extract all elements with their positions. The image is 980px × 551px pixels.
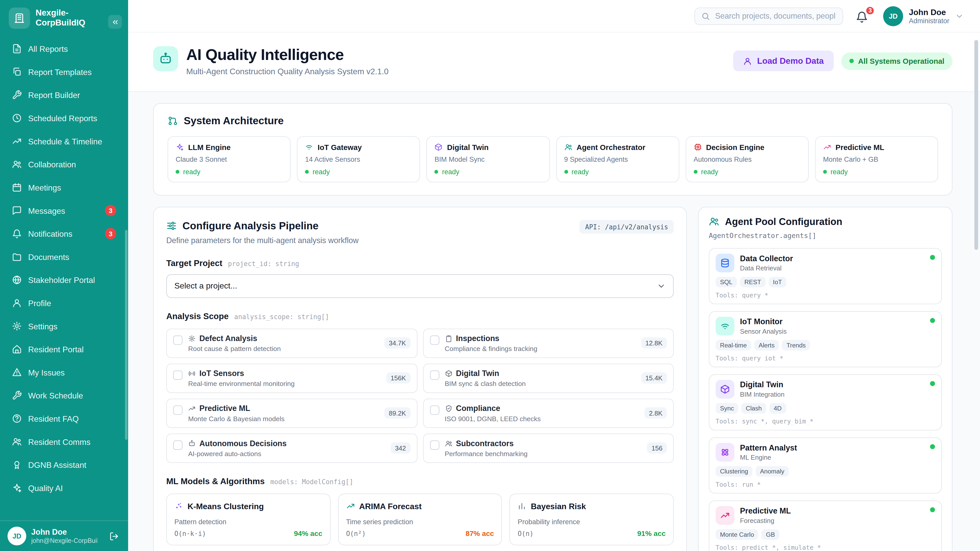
scope-option-defect-analysis[interactable]: Defect Analysis Root cause & pattern det… bbox=[166, 328, 417, 358]
sidebar-item-label: Messages bbox=[28, 206, 65, 215]
scope-checkbox[interactable] bbox=[173, 370, 183, 380]
sidebar-item-label: Resident Portal bbox=[28, 345, 84, 354]
node-desc: 14 Active Sensors bbox=[305, 156, 412, 163]
sidebar-item-settings[interactable]: Settings bbox=[6, 315, 122, 337]
global-search[interactable] bbox=[694, 7, 843, 25]
sidebar-item-scheduled-reports[interactable]: Scheduled Reports bbox=[6, 107, 122, 129]
node-desc: Autonomous Rules bbox=[694, 156, 800, 163]
sidebar-item-label: Profile bbox=[28, 298, 51, 308]
sidebar-item-work-schedule[interactable]: Work Schedule bbox=[6, 384, 122, 407]
model-accuracy: 87% acc bbox=[466, 530, 494, 537]
sidebar-item-messages[interactable]: Messages3 bbox=[6, 199, 122, 222]
sidebar-item-label: My Issues bbox=[28, 368, 65, 377]
agent-card-digital-twin[interactable]: Digital Twin BIM Integration Sync Clash … bbox=[709, 374, 942, 430]
status-dot bbox=[434, 170, 438, 173]
sidebar-item-dgnb-assistant[interactable]: DGNB Assistant bbox=[6, 454, 122, 476]
sidebar-scrollbar[interactable] bbox=[125, 230, 127, 440]
scope-checkbox[interactable] bbox=[430, 335, 439, 345]
scope-checkbox[interactable] bbox=[430, 405, 439, 414]
sidebar-item-quality-ai[interactable]: Quality AI bbox=[6, 477, 122, 499]
messages-badge: 3 bbox=[105, 205, 116, 216]
scatter-icon bbox=[174, 502, 183, 510]
status-dot bbox=[850, 59, 854, 63]
page-title: AI Quality Intelligence bbox=[186, 46, 389, 63]
sidebar-item-report-templates[interactable]: Report Templates bbox=[6, 61, 122, 83]
timeline-icon bbox=[12, 136, 22, 146]
agent-status-dot bbox=[930, 381, 935, 386]
sidebar-item-schedule-timeline[interactable]: Schedule & Timeline bbox=[6, 130, 122, 152]
logout-button[interactable] bbox=[106, 528, 122, 544]
sidebar-item-label: Schedule & Timeline bbox=[28, 137, 102, 146]
scope-title: IoT Sensors bbox=[199, 369, 244, 378]
agent-role: BIM Integration bbox=[740, 390, 784, 397]
scope-option-autonomous-decisions[interactable]: Autonomous Decisions AI-powered auto-act… bbox=[166, 433, 417, 462]
page-scrollbar[interactable] bbox=[974, 40, 978, 250]
sidebar-item-documents[interactable]: Documents bbox=[6, 245, 122, 268]
scope-count: 2.8K bbox=[645, 407, 667, 419]
sidebar-item-my-issues[interactable]: My Issues bbox=[6, 361, 122, 384]
documents-icon bbox=[12, 252, 22, 262]
sidebar-item-stakeholder-portal[interactable]: Stakeholder Portal bbox=[6, 268, 122, 291]
model-card-kmeans[interactable]: K-Means Clustering Pattern detection O(n… bbox=[166, 493, 330, 545]
flow-icon bbox=[167, 115, 178, 126]
sidebar-item-label: Notifications bbox=[28, 229, 72, 238]
scope-checkbox[interactable] bbox=[173, 405, 183, 414]
sidebar-item-notifications[interactable]: Notifications3 bbox=[6, 222, 122, 245]
arch-node-llm-engine: LLM Engine Claude 3 Sonnet ready bbox=[167, 136, 291, 182]
model-complexity: O(n) bbox=[518, 530, 534, 537]
sidebar-item-resident-portal[interactable]: Resident Portal bbox=[6, 338, 122, 360]
scope-option-inspections[interactable]: Inspections Compliance & findings tracki… bbox=[423, 328, 674, 358]
agent-card-predictive-ml[interactable]: Predictive ML Forecasting Monte Carlo GB bbox=[709, 500, 942, 551]
cube-icon bbox=[434, 143, 443, 151]
builder-icon bbox=[12, 90, 22, 100]
broadcast-icon bbox=[188, 370, 196, 377]
load-demo-data-button[interactable]: Load Demo Data bbox=[733, 51, 834, 71]
scope-option-compliance[interactable]: Compliance ISO 9001, DGNB, LEED checks 2… bbox=[423, 398, 674, 427]
api-badge: API: /api/v2/analysis bbox=[579, 220, 674, 233]
project-select[interactable]: Select a project... bbox=[166, 274, 674, 298]
model-card-bayesian[interactable]: Bayesian Risk Probability inference O(n)… bbox=[510, 493, 674, 545]
load-demo-label: Load Demo Data bbox=[757, 56, 824, 66]
sidebar-item-meetings[interactable]: Meetings bbox=[6, 176, 122, 199]
scope-desc: Root cause & pattern detection bbox=[188, 345, 379, 352]
node-desc: Monte Carlo + GB bbox=[823, 156, 930, 163]
sidebar-item-resident-comms[interactable]: Resident Comms bbox=[6, 430, 122, 453]
scope-checkbox[interactable] bbox=[173, 440, 183, 449]
sidebar-item-profile[interactable]: Profile bbox=[6, 292, 122, 314]
user-name: John Doe bbox=[31, 528, 97, 537]
scope-checkbox[interactable] bbox=[430, 370, 439, 380]
meetings-icon bbox=[12, 183, 22, 192]
node-name: Predictive ML bbox=[835, 143, 884, 151]
user-menu[interactable]: JD John Doe Administrator bbox=[883, 6, 964, 26]
scope-option-digital-twin[interactable]: Digital Twin BIM sync & clash detection … bbox=[423, 363, 674, 392]
work-schedule-icon bbox=[12, 391, 22, 400]
search-input[interactable] bbox=[715, 11, 836, 20]
scope-count: 156K bbox=[386, 372, 410, 384]
agent-card-pattern-analyst[interactable]: Pattern Analyst ML Engine Clustering Ano… bbox=[709, 437, 942, 493]
agent-tag: Clustering bbox=[716, 466, 752, 476]
scope-checkbox[interactable] bbox=[173, 335, 183, 345]
people-icon bbox=[709, 216, 719, 227]
agent-card-iot-monitor[interactable]: IoT Monitor Sensor Analysis Real-time Al… bbox=[709, 311, 942, 367]
scope-count: 342 bbox=[391, 442, 410, 454]
sidebar-item-all-reports[interactable]: All Reports bbox=[6, 38, 122, 60]
agent-card-data-collector[interactable]: Data Collector Data Retrieval SQL REST I… bbox=[709, 248, 942, 304]
sidebar-item-label: Resident Comms bbox=[28, 437, 90, 446]
sidebar-item-resident-faq[interactable]: Resident FAQ bbox=[6, 407, 122, 430]
agent-status-dot bbox=[930, 254, 935, 260]
scope-option-iot-sensors[interactable]: IoT Sensors Real-time environmental moni… bbox=[166, 363, 417, 392]
sidebar-item-report-builder[interactable]: Report Builder bbox=[6, 84, 122, 106]
scope-option-predictive-ml[interactable]: Predictive ML Monte Carlo & Bayesian mod… bbox=[166, 398, 417, 427]
notifications-button[interactable]: 3 bbox=[856, 8, 871, 24]
messages-icon bbox=[12, 206, 22, 216]
sidebar-item-collaboration[interactable]: Collaboration bbox=[6, 153, 122, 176]
bars-icon bbox=[518, 502, 527, 510]
scope-checkbox[interactable] bbox=[430, 440, 439, 449]
model-card-arima[interactable]: ARIMA Forecast Time series prediction O(… bbox=[338, 493, 502, 545]
node-desc: 9 Specialized Agents bbox=[564, 156, 671, 163]
sidebar-collapse-button[interactable] bbox=[108, 15, 122, 29]
scope-option-subcontractors[interactable]: Subcontractors Performance benchmarking … bbox=[423, 433, 674, 462]
project-select-value: Select a project... bbox=[174, 281, 237, 291]
node-status: ready bbox=[183, 168, 200, 175]
agent-tag: Real-time bbox=[716, 340, 751, 350]
